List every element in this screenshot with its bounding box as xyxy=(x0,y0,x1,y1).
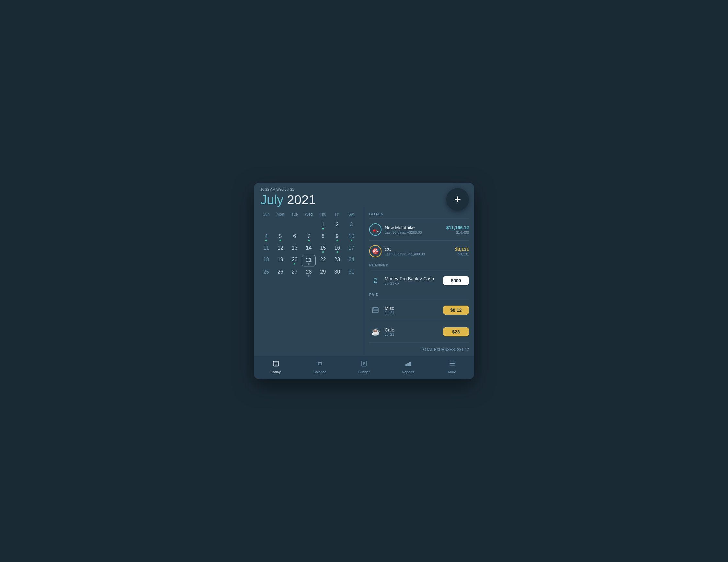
cc-main-val: $3,131 xyxy=(455,247,469,252)
cal-day-31[interactable]: 31 xyxy=(344,267,358,278)
svg-rect-21 xyxy=(449,361,455,362)
cal-day-18[interactable]: 18 xyxy=(259,255,273,267)
day-header-wed: Wed xyxy=(302,210,316,219)
nav-balance[interactable]: Balance xyxy=(298,359,342,375)
nav-balance-label: Balance xyxy=(313,370,326,374)
cal-day-7[interactable]: 7 xyxy=(302,232,316,243)
cafe-name: Cafe xyxy=(385,327,443,332)
cal-day-26[interactable]: 26 xyxy=(273,267,288,278)
cal-empty xyxy=(288,220,302,231)
cal-empty xyxy=(273,220,288,231)
cal-day-23[interactable]: 23 xyxy=(330,255,344,267)
cal-day-3[interactable]: 3 xyxy=(344,220,358,231)
planned-divider xyxy=(369,270,469,270)
svg-rect-19 xyxy=(407,363,409,366)
goal-item-cc[interactable]: 🎯 CC Last 30 days: +$1,400.00 $3,131 $3,… xyxy=(369,243,469,260)
cafe-amount[interactable]: $23 xyxy=(443,327,469,336)
cal-day-21-today[interactable]: 21 xyxy=(302,255,316,267)
cc-text: CC Last 30 days: +$1,400.00 xyxy=(385,247,455,256)
svg-text:21: 21 xyxy=(275,363,278,366)
day-header-sun: Sun xyxy=(259,210,273,219)
today-icon: 21 xyxy=(272,360,279,369)
nav-more[interactable]: More xyxy=(430,359,474,375)
cal-day-13[interactable]: 13 xyxy=(288,243,302,254)
total-divider xyxy=(369,342,469,343)
nav-reports[interactable]: Reports xyxy=(386,359,430,375)
planned-transfer-sub: Jul 21 xyxy=(385,281,443,285)
nav-reports-label: Reports xyxy=(402,370,415,374)
cal-day-10[interactable]: 10 xyxy=(344,232,358,243)
month-title: July 2021 xyxy=(260,193,468,207)
calendar-grid: 1 2 3 4 5 6 7 8 9 10 11 12 13 14 15 16 1… xyxy=(259,220,358,278)
day-headers: Sun Mon Tue Wed Thu Fri Sat xyxy=(259,210,358,219)
misc-name: Misc xyxy=(385,305,443,311)
day-header-fri: Fri xyxy=(330,210,344,219)
planned-transfer-amount[interactable]: $900 xyxy=(443,276,469,285)
cal-day-27[interactable]: 27 xyxy=(288,267,302,278)
nav-budget[interactable]: Budget xyxy=(342,359,386,375)
misc-amount[interactable]: $8.12 xyxy=(443,305,469,315)
cafe-icon: ☕ xyxy=(369,326,381,338)
cal-day-4[interactable]: 4 xyxy=(259,232,273,243)
paid-item-cafe[interactable]: ☕ Cafe Jul 21 $23 xyxy=(369,323,469,340)
mototbike-main-val: $11,166.12 xyxy=(446,225,469,230)
reports-icon xyxy=(404,360,412,369)
cal-day-20[interactable]: 20 xyxy=(288,255,302,267)
cal-day-6[interactable]: 6 xyxy=(288,232,302,243)
mototbike-text: New Mototbike Last 30 days: +$280.00 xyxy=(385,225,446,235)
more-icon xyxy=(449,360,456,369)
cc-name: CC xyxy=(385,247,455,252)
cal-day-28[interactable]: 28 xyxy=(302,267,316,278)
header: 10:22 AM Wed Jul 21 July 2021 + xyxy=(254,183,474,207)
svg-rect-20 xyxy=(409,361,411,366)
bottom-nav: 21 Today Balance xyxy=(254,355,474,379)
svg-rect-22 xyxy=(449,363,455,364)
mototbike-icon: 🏍️ xyxy=(369,224,381,236)
transfer-icon xyxy=(369,275,381,287)
cafe-sub: Jul 21 xyxy=(385,332,443,336)
add-button[interactable]: + xyxy=(446,188,469,211)
svg-rect-18 xyxy=(405,364,407,366)
cal-day-9[interactable]: 9 xyxy=(330,232,344,243)
cal-day-15[interactable]: 15 xyxy=(316,243,330,254)
planned-item-transfer[interactable]: Money Pro Bank > Cash Jul 21 $900 xyxy=(369,272,469,289)
svg-line-10 xyxy=(318,362,319,364)
mototbike-name: New Mototbike xyxy=(385,225,446,230)
cal-day-29[interactable]: 29 xyxy=(316,267,330,278)
planned-transfer-name: Money Pro Bank > Cash xyxy=(385,276,443,281)
paid-item-misc[interactable]: Misc Jul 21 $8.12 xyxy=(369,301,469,319)
cal-day-5[interactable]: 5 xyxy=(273,232,288,243)
year-value: 2021 xyxy=(287,193,316,207)
nav-budget-label: Budget xyxy=(358,370,370,374)
main-content: Sun Mon Tue Wed Thu Fri Sat 1 2 3 4 5 xyxy=(254,207,474,355)
planned-transfer-text: Money Pro Bank > Cash Jul 21 xyxy=(385,276,443,285)
misc-text: Misc Jul 21 xyxy=(385,305,443,315)
mototbike-sub-val: $14,400 xyxy=(446,231,469,235)
cc-icon: 🎯 xyxy=(369,245,381,258)
cal-day-19[interactable]: 19 xyxy=(273,255,288,267)
cc-sub: Last 30 days: +$1,400.00 xyxy=(385,252,455,256)
cal-day-8[interactable]: 8 xyxy=(316,232,330,243)
cal-day-11[interactable]: 11 xyxy=(259,243,273,254)
cal-day-2[interactable]: 2 xyxy=(330,220,344,231)
paid-divider xyxy=(369,299,469,299)
cal-day-12[interactable]: 12 xyxy=(273,243,288,254)
cal-day-25[interactable]: 25 xyxy=(259,267,273,278)
day-header-sat: Sat xyxy=(344,210,358,219)
cal-day-14[interactable]: 14 xyxy=(302,243,316,254)
misc-icon xyxy=(369,304,381,316)
cal-empty xyxy=(302,220,316,231)
cal-day-16[interactable]: 16 xyxy=(330,243,344,254)
cal-day-30[interactable]: 30 xyxy=(330,267,344,278)
budget-icon xyxy=(360,360,368,369)
mototbike-amount: $11,166.12 $14,400 xyxy=(446,225,469,235)
svg-rect-23 xyxy=(449,365,455,365)
nav-more-label: More xyxy=(448,370,456,374)
nav-today[interactable]: 21 Today xyxy=(254,359,298,375)
cal-day-24[interactable]: 24 xyxy=(344,255,358,267)
goal-item-mototbike[interactable]: 🏍️ New Mototbike Last 30 days: +$280.00 … xyxy=(369,221,469,238)
cal-day-17[interactable]: 17 xyxy=(344,243,358,254)
cal-day-1[interactable]: 1 xyxy=(316,220,330,231)
cal-day-22[interactable]: 22 xyxy=(316,255,330,267)
cal-empty xyxy=(259,220,273,231)
